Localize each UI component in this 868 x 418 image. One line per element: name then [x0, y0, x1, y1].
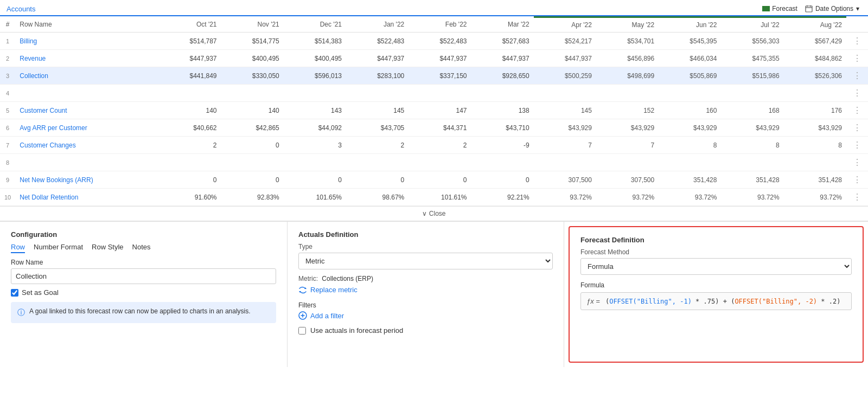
row-value-cell: $524,217 [534, 33, 596, 50]
row-value-cell: 0 [158, 171, 221, 189]
row-name-cell[interactable]: Net New Bookings (ARR) [15, 171, 158, 189]
metric-label: Metric: Collections (ERP) [298, 275, 553, 282]
row-menu-icon[interactable]: ⋮ [851, 192, 864, 202]
row-name-link[interactable]: Avg ARR per Customer [20, 124, 87, 132]
row-menu-cell[interactable]: ⋮ [846, 50, 868, 67]
row-menu-icon[interactable]: ⋮ [851, 71, 864, 80]
row-menu-cell[interactable]: ⋮ [846, 85, 868, 102]
close-bar[interactable]: ∨ Close [0, 206, 868, 221]
row-value-cell [471, 154, 533, 171]
use-actuals-checkbox[interactable] [298, 327, 306, 335]
row-value-cell [284, 85, 346, 102]
row-value-cell: 0 [221, 171, 284, 189]
row-value-cell: $447,937 [471, 50, 533, 67]
formula-label: Formula [580, 281, 852, 289]
row-menu-icon[interactable]: ⋮ [851, 123, 864, 132]
row-value-cell: 140 [158, 102, 221, 119]
row-menu-cell[interactable]: ⋮ [846, 137, 868, 154]
row-value-cell: $475,355 [721, 50, 783, 67]
row-menu-cell[interactable]: ⋮ [846, 171, 868, 189]
row-value-cell [784, 85, 846, 102]
row-value-cell: $556,303 [721, 33, 783, 50]
row-name-cell [15, 85, 158, 102]
row-value-cell: 93.72% [596, 189, 659, 206]
row-menu-icon[interactable]: ⋮ [851, 106, 864, 115]
row-menu-icon[interactable]: ⋮ [851, 36, 864, 46]
row-name-link[interactable]: Collection [20, 72, 48, 80]
row-value-cell: $484,862 [784, 50, 846, 67]
row-num: 7 [0, 137, 15, 154]
row-value-cell: 93.72% [659, 189, 721, 206]
row-value-cell: $43,929 [784, 119, 846, 137]
row-menu-icon[interactable]: ⋮ [851, 158, 864, 167]
add-filter-button[interactable]: Add a filter [298, 311, 344, 320]
row-menu-icon[interactable]: ⋮ [851, 175, 864, 184]
row-menu-cell[interactable]: ⋮ [846, 189, 868, 206]
row-value-cell: 143 [284, 102, 346, 119]
row-name-cell[interactable]: Avg ARR per Customer [15, 119, 158, 137]
set-as-goal-checkbox[interactable] [11, 289, 18, 297]
row-menu-icon[interactable]: ⋮ [851, 54, 864, 63]
replace-icon [298, 286, 307, 294]
col-mar22: Mar '22 [471, 17, 533, 33]
tab-number-format[interactable]: Number Format [34, 243, 83, 253]
table-row: 6Avg ARR per Customer$40,662$42,865$44,0… [0, 119, 868, 137]
set-as-goal-label: Set as Goal [22, 288, 59, 297]
info-icon: ⓘ [17, 308, 25, 318]
row-value-cell [471, 85, 533, 102]
row-name-cell[interactable]: Collection [15, 67, 158, 85]
row-name-link[interactable]: Net Dollar Retention [20, 194, 78, 201]
goal-info-box: ⓘ A goal linked to this forecast row can… [11, 302, 276, 323]
table-row: 9Net New Bookings (ARR)000000307,500307,… [0, 171, 868, 189]
col-oct21: Oct '21 [158, 17, 221, 33]
row-value-cell: $400,495 [284, 50, 346, 67]
row-name-cell[interactable]: Customer Count [15, 102, 158, 119]
row-menu-icon[interactable]: ⋮ [851, 88, 864, 98]
accounts-link[interactable]: Accounts [7, 5, 35, 13]
formula-fx: ƒx = [586, 297, 600, 305]
row-value-cell: 93.72% [534, 189, 596, 206]
table-row: 7Customer Changes20322-977888⋮ [0, 137, 868, 154]
row-value-cell: 140 [221, 102, 284, 119]
row-name-input[interactable] [11, 268, 276, 284]
type-label: Type [298, 243, 553, 250]
row-menu-cell[interactable]: ⋮ [846, 102, 868, 119]
row-name-cell[interactable]: Net Dollar Retention [15, 189, 158, 206]
row-name-link[interactable]: Customer Count [20, 107, 67, 114]
row-menu-cell[interactable]: ⋮ [846, 119, 868, 137]
type-select[interactable]: Metric Formula Manual [298, 253, 553, 269]
row-value-cell: 101.65% [284, 189, 346, 206]
forecast-title: Forecast Definition [580, 236, 852, 244]
row-name-link[interactable]: Customer Changes [20, 142, 75, 149]
row-value-cell: 2 [409, 137, 471, 154]
row-value-cell: $330,050 [221, 67, 284, 85]
top-right-controls: Forecast Date Options ▾ [762, 4, 861, 14]
row-name-cell[interactable]: Revenue [15, 50, 158, 67]
row-menu-icon[interactable]: ⋮ [851, 140, 864, 150]
row-value-cell: $447,937 [534, 50, 596, 67]
row-menu-cell[interactable]: ⋮ [846, 33, 868, 50]
formula-text: (OFFSET("Billing", -1) * .75) + (OFFSET(… [605, 298, 841, 305]
row-value-cell: $534,701 [596, 33, 659, 50]
row-menu-cell[interactable]: ⋮ [846, 154, 868, 171]
tab-row[interactable]: Row [11, 243, 25, 253]
replace-metric-button[interactable]: Replace metric [298, 286, 358, 294]
row-value-cell: $447,937 [409, 50, 471, 67]
tab-row-style[interactable]: Row Style [92, 243, 124, 253]
row-value-cell: 91.60% [158, 189, 221, 206]
row-name-link[interactable]: Net New Bookings (ARR) [20, 176, 93, 184]
row-menu-cell[interactable]: ⋮ [846, 67, 868, 85]
row-name-cell[interactable]: Billing [15, 33, 158, 50]
row-name-link[interactable]: Billing [20, 37, 37, 45]
data-table-wrapper: # Row Name Oct '21 Nov '21 Dec '21 Jan '… [0, 16, 868, 206]
row-value-cell: 147 [409, 102, 471, 119]
tab-notes[interactable]: Notes [132, 243, 151, 253]
row-name-link[interactable]: Revenue [20, 55, 46, 62]
forecast-method-select[interactable]: Formula Manual Trend Prior Period [580, 258, 852, 275]
date-options-button[interactable]: Date Options ▾ [803, 4, 861, 14]
row-value-cell: 351,428 [721, 171, 783, 189]
row-value-cell: $42,865 [221, 119, 284, 137]
col-dec21: Dec '21 [284, 17, 346, 33]
row-value-cell: 8 [721, 137, 783, 154]
row-name-cell[interactable]: Customer Changes [15, 137, 158, 154]
